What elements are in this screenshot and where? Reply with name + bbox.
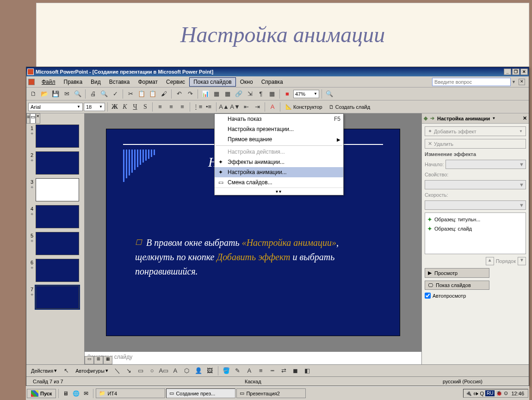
font-name-box[interactable]: Arial▼ xyxy=(28,103,83,111)
ql-desktop-icon[interactable]: 🖥 xyxy=(61,389,70,398)
align-right-icon[interactable]: ≡ xyxy=(177,102,187,112)
tray-icon[interactable]: Q xyxy=(480,391,484,396)
draw-actions-button[interactable]: Действия▾ xyxy=(28,368,60,374)
3d-style-icon[interactable]: ◧ xyxy=(302,366,312,376)
pane-close-icon[interactable]: ✕ xyxy=(523,115,527,121)
autopreview-checkbox[interactable]: Автопросмотр xyxy=(425,293,526,299)
show-formatting-icon[interactable]: ¶ xyxy=(256,89,266,99)
autoshapes-button[interactable]: Автофигуры▾ xyxy=(73,368,111,374)
diagram-icon[interactable]: ⬡ xyxy=(182,366,192,376)
textbox-icon[interactable]: A▭ xyxy=(159,366,169,376)
help-icon[interactable]: 🔍 xyxy=(324,89,334,99)
chart-icon[interactable]: 📊 xyxy=(200,89,210,99)
align-left-icon[interactable]: ≡ xyxy=(155,102,165,112)
thumbnail-6[interactable]: 6✦ xyxy=(26,258,84,285)
tray-icon[interactable]: 🐞 xyxy=(496,390,502,396)
dd-setup-show[interactable]: Настройка презентации... xyxy=(215,124,343,134)
slideshow-view-button[interactable]: ▦ xyxy=(103,356,112,364)
oval-icon[interactable]: ○ xyxy=(147,366,157,376)
decrease-indent-icon[interactable]: ⇤ xyxy=(241,102,251,112)
dd-animation-schemes[interactable]: ✦Эффекты анимации... xyxy=(215,157,343,167)
mail-icon[interactable]: ✉ xyxy=(62,89,72,99)
menu-edit[interactable]: Правка xyxy=(60,77,87,87)
format-painter-icon[interactable]: 🖌 xyxy=(159,89,169,99)
add-effect-button[interactable]: ✦ Добавить эффект ▼ xyxy=(425,126,526,136)
task-button-1[interactable]: 📁 ИТ4 xyxy=(96,388,165,398)
tray-icon[interactable]: 🔌 xyxy=(465,390,472,396)
zoom-box[interactable]: 47%▼ xyxy=(293,90,319,98)
thumbnail-1[interactable]: 1✦ xyxy=(26,124,84,150)
undo-icon[interactable]: ↶ xyxy=(174,89,184,99)
redo-icon[interactable]: ↷ xyxy=(185,89,195,99)
thumbnail-2[interactable]: 2✦ xyxy=(26,150,84,177)
menu-file[interactable]: Файл xyxy=(37,77,60,87)
menu-slideshow[interactable]: Показ слайдов xyxy=(189,77,236,87)
decrease-font-icon[interactable]: A▼ xyxy=(230,102,240,112)
restore-button[interactable]: ❐ xyxy=(512,69,520,75)
designer-button[interactable]: 📐Конструктор xyxy=(283,103,325,111)
start-button[interactable]: Пуск xyxy=(27,389,56,398)
grid-icon[interactable]: ▦ xyxy=(267,89,277,99)
remove-effect-button[interactable]: ✕ Удалить xyxy=(425,139,526,149)
expand-icon[interactable]: ⇲ xyxy=(245,89,255,99)
picture-icon[interactable]: 🖼 xyxy=(205,366,215,376)
task-button-3[interactable]: ▭ Презентация2 xyxy=(236,388,306,398)
normal-view-button[interactable]: ▭ xyxy=(85,356,94,364)
fill-color-icon[interactable]: 🪣 xyxy=(221,366,231,376)
line-color-icon[interactable]: ✎ xyxy=(233,366,243,376)
order-up-button[interactable]: ▲ xyxy=(486,257,494,265)
font-color-draw-icon[interactable]: A xyxy=(244,366,254,376)
pane-nav-back-icon[interactable]: ◆ xyxy=(424,115,427,121)
align-center-icon[interactable]: ≡ xyxy=(166,102,176,112)
start-select[interactable]: ▼ xyxy=(445,160,526,169)
slideshow-button[interactable]: 🖵 Показ слайдов xyxy=(425,281,489,290)
arrow-style-icon[interactable]: ⇄ xyxy=(279,366,289,376)
minimize-button[interactable]: _ xyxy=(504,69,511,75)
effect-item-2[interactable]: ✦Образец: слайд xyxy=(427,224,524,233)
order-down-button[interactable]: ▼ xyxy=(518,257,526,265)
speed-select[interactable]: ▼ xyxy=(425,200,526,210)
wordart-icon[interactable]: A xyxy=(170,366,180,376)
thumbnail-5[interactable]: 5✦ xyxy=(26,231,84,258)
font-size-box[interactable]: 18▼ xyxy=(84,103,105,111)
dd-expand-chevron-icon[interactable]: ▾▾ xyxy=(215,188,343,195)
font-color-icon[interactable]: A xyxy=(267,102,278,112)
numbering-icon[interactable]: ⋮≡ xyxy=(192,102,203,112)
preview-icon[interactable]: 🔍 xyxy=(99,89,109,99)
menu-view[interactable]: Вид xyxy=(87,77,105,87)
task-button-2[interactable]: ▭ Создание през... xyxy=(166,388,235,398)
table-icon[interactable]: ▦ xyxy=(211,89,222,99)
language-indicator[interactable]: RU xyxy=(485,390,495,396)
close-button[interactable]: ✕ xyxy=(520,69,528,75)
line-icon[interactable]: ＼ xyxy=(112,366,123,376)
open-icon[interactable]: 📂 xyxy=(39,89,49,99)
print-icon[interactable]: 🖨 xyxy=(88,89,98,99)
ql-outlook-icon[interactable]: ✉ xyxy=(81,389,91,398)
shadow-style-icon[interactable]: ◼ xyxy=(291,366,301,376)
dd-slide-transition[interactable]: ▭Смена слайдов... xyxy=(215,177,343,188)
underline-button[interactable]: Ч xyxy=(130,102,140,112)
tables-borders-icon[interactable]: ▦ xyxy=(223,89,233,99)
dd-custom-animation[interactable]: ✦Настройка анимации... xyxy=(215,167,343,177)
hyperlink-icon[interactable]: 🔗 xyxy=(234,89,244,99)
outline-close[interactable]: ✕ xyxy=(36,113,40,124)
line-style-icon[interactable]: ≡ xyxy=(256,366,266,376)
dd-broadcast[interactable]: Прямое вещание▶ xyxy=(215,134,343,144)
new-slide-button[interactable]: 🗋Создать слайд xyxy=(326,103,373,111)
outline-tab[interactable]: ≡ xyxy=(26,113,30,124)
thumbnail-7[interactable]: 7✦ xyxy=(26,285,84,312)
sorter-view-button[interactable]: ⊞ xyxy=(94,356,103,364)
thumbnail-4[interactable]: 4✦ xyxy=(26,204,84,231)
help-dropdown-icon[interactable]: ▼ xyxy=(511,80,517,84)
dd-start-show[interactable]: Начать показF5 xyxy=(215,114,343,124)
search-files-icon[interactable]: 🔍 xyxy=(73,89,83,99)
thumbnail-3[interactable]: 3✦ xyxy=(26,177,84,204)
arrow-icon[interactable]: ↘ xyxy=(124,366,134,376)
new-icon[interactable]: 🗋 xyxy=(28,89,38,99)
select-objects-icon[interactable]: ↖ xyxy=(61,366,71,376)
paste-icon[interactable]: 📋 xyxy=(148,89,158,99)
increase-font-icon[interactable]: A▲ xyxy=(219,102,229,112)
ql-ie-icon[interactable]: 🌐 xyxy=(71,389,80,398)
cut-icon[interactable]: ✂ xyxy=(125,89,136,99)
tray-icon[interactable]: 🕪 xyxy=(473,391,478,396)
